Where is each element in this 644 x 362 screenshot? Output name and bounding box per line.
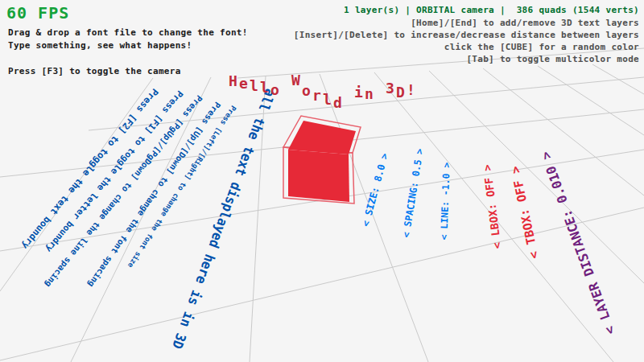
wave-letter: n [364, 85, 374, 102]
wave-letter: ! [406, 81, 416, 98]
help-item: [Tab] to toggle multicolor mode [294, 53, 639, 65]
cube-faces [288, 121, 356, 202]
help-item: click the [CUBE] for a random color [294, 41, 639, 53]
wave-letter: o [270, 81, 280, 98]
demo-window[interactable]: Hello World in 3D! Press [F2] to toggle … [0, 0, 644, 362]
wave-letter: 3 [385, 80, 395, 97]
help-list: [Home]/[End] to add/remove 3D text layer… [294, 17, 639, 65]
info-text: Drag & drop a font file to change the fo… [8, 27, 248, 78]
wave-letter: l [322, 91, 332, 108]
wave-letter: l [259, 79, 270, 96]
wave-letter: D [395, 84, 406, 101]
stats-text: 1 layer(s) | ORBITAL camera | 386 quads … [344, 5, 639, 15]
wave-letter: o [301, 82, 312, 99]
wave-letter: l [249, 77, 259, 94]
fps-counter: 60 FPS [6, 3, 69, 23]
wave-3d-text: Hello World in 3D! [228, 71, 416, 88]
wave-letter: i [353, 84, 364, 101]
wave-letter: r [312, 87, 322, 104]
help-item: [Home]/[End] to add/remove 3D text layer… [294, 17, 639, 29]
help-item: [Insert]/[Delete] to increase/decrease d… [294, 29, 639, 41]
wave-letter: d [332, 94, 343, 111]
wave-letter: W [291, 72, 301, 88]
